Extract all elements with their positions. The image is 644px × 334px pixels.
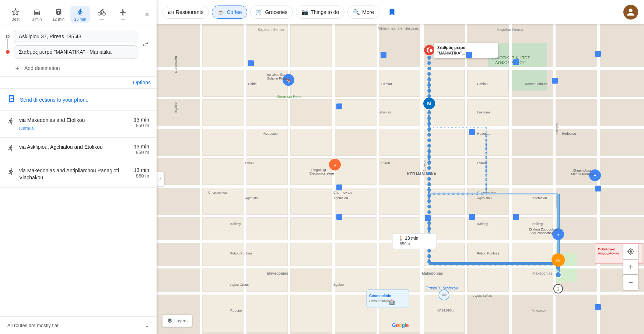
zoom-in-button[interactable]: +	[623, 260, 638, 274]
transport-mode-best[interactable]: Best	[6, 6, 25, 23]
route-item-2[interactable]: via Asklipiou, Agchialou and Etolikou 13…	[0, 138, 157, 161]
route-min-2: 13 min	[134, 144, 149, 150]
transport-mode-walk[interactable]: 13 min	[70, 6, 90, 23]
transport-mode-transit[interactable]: 12 min	[49, 6, 68, 23]
camera-icon: 📷	[301, 9, 308, 15]
user-avatar[interactable]	[623, 5, 638, 20]
pill-more[interactable]: 🔍 More	[347, 6, 379, 19]
transport-mode-flight-label: —	[121, 17, 125, 21]
walk-icon-1	[7, 117, 15, 127]
restaurants-icon: 🍽	[168, 9, 174, 15]
pill-coffee[interactable]: ☕ Coffee	[212, 6, 247, 19]
svg-rect-28	[203, 70, 243, 96]
svg-rect-60	[379, 188, 420, 214]
route-item-1[interactable]: via Makedonias and Etolikou Details 13 m…	[0, 111, 157, 138]
svg-rect-232	[595, 51, 601, 57]
svg-text:Githiou: Githiou	[477, 82, 488, 86]
svg-text:Kapetan Germa: Kapetan Germa	[497, 28, 524, 32]
transport-mode-bike-label: —	[100, 17, 104, 21]
layers-button[interactable]: Layers	[162, 315, 192, 327]
svg-point-149	[427, 83, 431, 87]
svg-point-168	[427, 188, 431, 192]
destination-input[interactable]	[14, 45, 137, 59]
route-name-1: via Makedonias and Etolikou	[19, 117, 129, 124]
map-topbar: 🍽 Restaurants ☕ Coffee 🛒 Groceries 📷 Thi…	[157, 0, 644, 24]
route-dots	[6, 35, 10, 54]
svg-rect-58	[291, 188, 332, 214]
collapse-panel-button[interactable]	[157, 172, 164, 187]
svg-text:Church Agia: Church Agia	[573, 169, 591, 172]
svg-text:Οπτικά Χ. Δελέγκου: Οπτικά Χ. Δελέγκου	[426, 286, 458, 290]
svg-text:✝: ✝	[557, 233, 560, 237]
svg-rect-227	[469, 214, 475, 220]
pill-things-to-do[interactable]: 📷 Things to do	[296, 6, 344, 19]
svg-text:Λοιμοξολογικό: Λοιμοξολογικό	[598, 252, 619, 255]
send-directions[interactable]: Send directions to your phone	[0, 89, 157, 111]
swap-button[interactable]	[140, 39, 151, 49]
route-min-1: 13 min	[134, 117, 149, 123]
svg-point-179	[427, 249, 431, 253]
svg-text:Dervenakin: Dervenakin	[174, 56, 178, 73]
svg-rect-52	[335, 159, 376, 184]
pill-groceries[interactable]: 🛒 Groceries	[250, 6, 293, 19]
svg-rect-231	[469, 129, 475, 135]
svg-point-170	[427, 199, 431, 203]
svg-rect-221	[248, 60, 254, 66]
transport-mode-flight[interactable]: —	[113, 6, 133, 23]
svg-text:Githiou: Githiou	[248, 82, 259, 86]
svg-point-199	[527, 262, 531, 266]
options-button[interactable]: Options	[133, 80, 151, 85]
svg-rect-80	[203, 269, 243, 291]
svg-point-162	[427, 155, 431, 159]
svg-rect-244	[367, 289, 409, 308]
svg-text:📚: 📚	[286, 78, 291, 83]
svg-rect-65	[247, 218, 287, 240]
svg-text:Makedonias: Makedonias	[422, 271, 443, 275]
route-details-link-1[interactable]: Details	[19, 126, 34, 131]
transport-mode-bike[interactable]: —	[92, 6, 111, 23]
svg-text:Makedonias: Makedonias	[532, 271, 552, 275]
svg-point-175	[427, 227, 431, 231]
map-canvas: ΔΗΜΟΤΙΚΟΣ ΚΗΠΟΣ ΛΟΦΟΣ ΒΟΚΟΥ	[157, 24, 644, 334]
routes-list: via Makedonias and Etolikou Details 13 m…	[0, 111, 157, 316]
close-button[interactable]: ×	[143, 9, 151, 20]
svg-point-165	[427, 172, 431, 175]
add-destination[interactable]: ＋ Add destination	[0, 60, 157, 77]
origin-input[interactable]	[14, 30, 137, 43]
walk-icon-3	[7, 168, 15, 177]
svg-rect-82	[291, 269, 332, 291]
svg-point-156	[427, 122, 431, 126]
svg-point-198	[521, 262, 525, 266]
route-time-3: 13 min 850 m	[134, 167, 149, 179]
walk-icon-2	[7, 144, 15, 154]
map-svg: ΔΗΜΟΤΙΚΟΣ ΚΗΠΟΣ ΛΟΦΟΣ ΒΟΚΟΥ	[157, 24, 644, 334]
transport-bar: Best 3 min 12 min 13 min — — ×	[0, 0, 157, 25]
bookmark-icon[interactable]	[385, 6, 399, 19]
svg-rect-233	[595, 186, 601, 191]
svg-text:Kapetan Germa: Kapetan Germa	[258, 28, 284, 32]
svg-rect-93	[424, 295, 464, 332]
svg-rect-26	[291, 26, 332, 67]
svg-point-201	[538, 262, 542, 266]
transport-mode-car[interactable]: 3 min	[27, 6, 46, 23]
svg-text:Redestou: Redestou	[263, 132, 278, 136]
svg-point-151	[427, 94, 431, 98]
svg-text:🚶 13 min: 🚶 13 min	[398, 235, 418, 241]
svg-rect-75	[335, 243, 376, 266]
svg-point-215	[430, 49, 433, 52]
route-item-3[interactable]: via Makedonias and Antipliarchou Panagio…	[0, 161, 157, 188]
flat-notice[interactable]: All routes are mostly flat ⌄	[0, 316, 157, 334]
svg-point-186	[455, 262, 459, 266]
svg-text:Marina Piraeus: Marina Piraeus	[571, 172, 594, 176]
svg-text:Makedonias: Makedonias	[267, 271, 288, 275]
svg-rect-226	[425, 215, 431, 221]
svg-text:Athens Transfer Services: Athens Transfer Services	[378, 27, 419, 31]
zoom-out-button[interactable]: −	[623, 275, 638, 290]
location-button[interactable]	[623, 244, 638, 259]
svg-point-195	[505, 262, 508, 266]
svg-rect-70	[468, 218, 508, 240]
svg-text:Evrou: Evrou	[381, 161, 390, 165]
svg-rect-49	[203, 159, 243, 184]
transport-mode-car-label: 3 min	[32, 17, 42, 21]
pill-restaurants[interactable]: 🍽 Restaurants	[162, 6, 209, 19]
